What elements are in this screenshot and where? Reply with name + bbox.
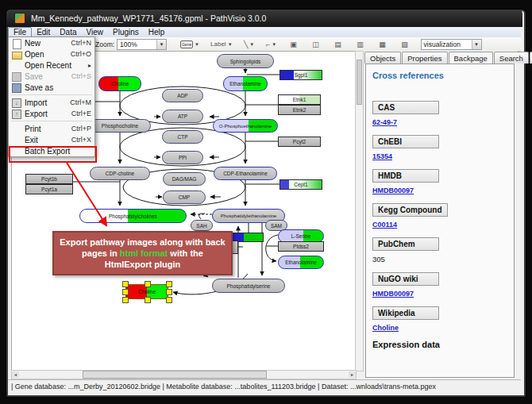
side-panel: Objects Properties Backpage Search Legen… (364, 51, 518, 379)
node-adp[interactable]: ADP (162, 89, 203, 102)
menu-item-save[interactable]: SaveCtrl+S (9, 71, 94, 82)
annotation-line2: pages in html format with the (54, 248, 231, 259)
menu-item-save-as[interactable]: Save as (9, 82, 94, 93)
node-label: Choline (111, 81, 129, 87)
label-tool-label: Label (210, 40, 226, 48)
selection-handle[interactable] (145, 281, 151, 287)
node-ethanolamine-2[interactable]: Ethanolamine (278, 256, 324, 269)
menu-item-print[interactable]: PrintCtrl+P (9, 123, 94, 134)
scrollbar-thumb[interactable] (83, 371, 267, 379)
node-ctp[interactable]: CTP (162, 130, 203, 144)
stack-horizontal-button[interactable]: ▥ (353, 38, 368, 50)
menu-help[interactable]: Help (144, 28, 170, 37)
selection-handle[interactable] (122, 281, 129, 287)
menu-item-new[interactable]: NewCtrl+N (9, 37, 94, 48)
import-icon: ↓ (11, 98, 21, 107)
menu-item-open[interactable]: OpenCtrl+O (9, 48, 94, 60)
align-center-button[interactable]: ▣ (286, 38, 302, 50)
node-label: Ptdss2 (293, 244, 309, 249)
node-ethanolamine[interactable]: Ethanolamine (223, 76, 268, 91)
node-label: L-Serine (291, 233, 311, 239)
stack-horizontal-icon: ▥ (357, 40, 364, 48)
menu-item-export[interactable]: ↑ExportCtrl+E (9, 108, 94, 119)
tab-properties[interactable]: Properties (402, 52, 447, 63)
visualization-combobox[interactable]: visualization ▼ (421, 39, 482, 50)
chevron-down-icon[interactable]: ▼ (249, 42, 254, 47)
menu-item-import[interactable]: ↓ImportCtrl+M (9, 97, 94, 108)
selection-handle[interactable] (166, 289, 172, 295)
tab-backpage[interactable]: Backpage (449, 52, 493, 63)
crossref-link[interactable]: HMDB00097 (372, 290, 514, 298)
crossref-section-pubchem: PubChem 305 (372, 236, 514, 264)
node-cdp-choline[interactable]: CDP-choline (90, 167, 150, 180)
align-top-button[interactable]: ▧ (397, 38, 413, 50)
chevron-down-icon[interactable]: ▼ (156, 40, 166, 49)
align-middle-button[interactable]: ◫ (308, 38, 324, 50)
menu-edit[interactable]: Edit (32, 28, 55, 37)
node-atp[interactable]: ATP (162, 110, 203, 123)
menu-data[interactable]: Data (55, 28, 81, 37)
selection-handle[interactable] (145, 297, 151, 303)
node-label: SAH (196, 223, 206, 229)
chevron-down-icon[interactable]: ▼ (228, 42, 233, 47)
line-tool-button[interactable]: ╲ ▼ (241, 38, 257, 50)
node-etnk1[interactable]: Etnk1 (278, 94, 321, 105)
node-pcyt1a[interactable]: Pcyt1a (25, 184, 73, 194)
menu-plugins[interactable]: Plugins (108, 28, 144, 37)
selection-handle[interactable] (122, 289, 129, 295)
node-phosphatidylserine[interactable]: Phosphatidylserine (212, 279, 285, 293)
chevron-down-icon[interactable]: ▼ (472, 40, 481, 49)
node-cept1[interactable]: Cept1 (279, 179, 322, 190)
menu-item-open-recent[interactable]: Open Recent (9, 60, 94, 71)
menu-separator (11, 121, 92, 121)
stack-vertical-button[interactable]: ▤ (330, 38, 346, 50)
chevron-down-icon[interactable]: ▼ (272, 42, 276, 47)
tab-search[interactable]: Search (494, 52, 529, 63)
menu-view[interactable]: View (81, 28, 108, 37)
new-label-button[interactable]: Label ▼ (208, 38, 235, 50)
node-dag-mag[interactable]: DAG/MAG (163, 172, 206, 186)
chevron-down-icon[interactable]: ▼ (195, 42, 199, 47)
scroll-left-icon[interactable]: ◄ (12, 371, 19, 378)
canvas-vertical-scrollbar[interactable] (355, 51, 364, 371)
node-pcyt2[interactable]: Pcyt2 (278, 137, 321, 147)
canvas-horizontal-scrollbar[interactable]: ◄ ► (11, 370, 357, 379)
node-label: Cept1 (294, 182, 307, 187)
save-icon (11, 72, 21, 81)
crossref-db-name: PubChem (372, 237, 439, 251)
scroll-right-icon[interactable]: ► (349, 371, 356, 378)
crossref-link[interactable]: 62-49-7 (372, 118, 514, 126)
scrollbar-thumb[interactable] (357, 60, 362, 105)
connector-tool-button[interactable]: ⌐ ▼ (264, 38, 279, 50)
crossref-link[interactable]: HMDB00097 (372, 187, 514, 194)
crossref-link[interactable]: Choline (372, 324, 514, 332)
node-ptdss2[interactable]: Ptdss2 (278, 241, 324, 252)
tab-objects[interactable]: Objects (364, 52, 401, 63)
selection-handle[interactable] (122, 297, 129, 303)
node-cmp[interactable]: CMP (163, 190, 206, 204)
node-o-phosphoethanolamine[interactable]: O-Phosphoethanolamine (213, 119, 278, 133)
node-label: Phosphatidylserine (227, 283, 271, 289)
align-left-button[interactable]: ▦ (375, 38, 391, 50)
node-etnk2[interactable]: Etnk2 (278, 105, 321, 115)
selection-handle[interactable] (166, 281, 172, 287)
node-sah[interactable]: SAH (191, 220, 213, 231)
node-ppi[interactable]: PPi (162, 151, 203, 164)
node-pcyt1b[interactable]: Pcyt1b (25, 174, 73, 184)
menu-item-exit[interactable]: ExitCtrl+X (9, 134, 94, 145)
menu-separator (11, 94, 92, 95)
node-phosphocholine[interactable]: Phosphocholine (89, 119, 151, 133)
node-sgpl1[interactable]: Sgpl1 (279, 70, 322, 80)
zoom-combobox[interactable]: 100% ▼ (117, 39, 167, 50)
node-choline[interactable]: Choline (98, 76, 141, 91)
title-bar[interactable]: Mm_Kennedy_pathway_WP1771_45176.gpml - P… (6, 10, 522, 27)
crossref-link[interactable]: C00114 (372, 221, 514, 229)
node-label: Sphingolipids (230, 59, 261, 64)
node-cdp-ethanolamine[interactable]: CDP-Ethanolamine (214, 167, 277, 180)
new-gene-button[interactable]: Gene ▼ (178, 38, 202, 50)
node-sphingolipids[interactable]: Sphingolipids (217, 54, 274, 68)
node-phosphatidylcholines[interactable]: Phosphatidylcholines (79, 209, 187, 223)
crossref-link[interactable]: 15354 (372, 152, 514, 160)
save-as-icon (11, 83, 21, 92)
selection-handle[interactable] (166, 297, 172, 303)
